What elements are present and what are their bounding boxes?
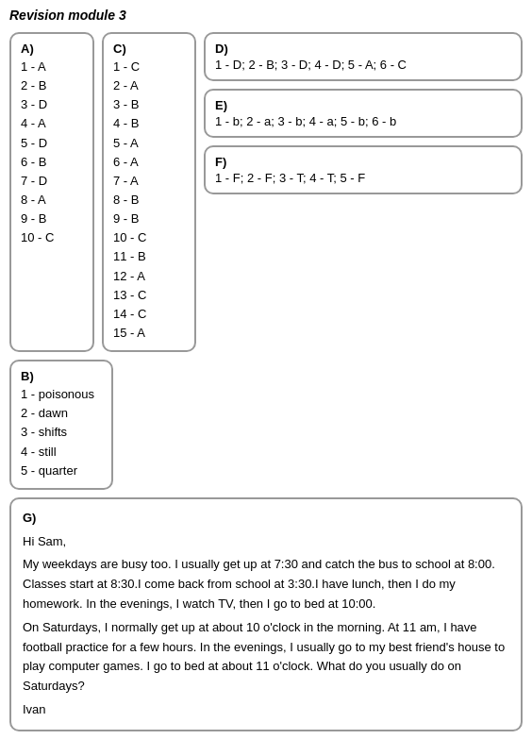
page-title: Revision module 3	[9, 8, 523, 23]
panel-a-item: 2 - B	[21, 76, 83, 95]
panel-g-paragraph: On Saturdays, I normally get up at about…	[23, 618, 509, 697]
panel-c: C) 1 - C2 - A3 - B4 - B5 - A6 - A7 - A8 …	[102, 32, 196, 352]
panel-c-label: C)	[113, 42, 185, 56]
panel-b-item: 5 - quarter	[21, 462, 102, 480]
panel-b-item: 2 - dawn	[21, 404, 102, 423]
panel-c-item: 5 - A	[113, 134, 185, 153]
panel-a-label: A)	[21, 42, 83, 56]
panel-g-paragraph: Hi Sam,	[23, 532, 509, 552]
panel-a-item: 5 - D	[21, 134, 83, 153]
panel-a-item: 7 - D	[21, 172, 83, 191]
panel-f-label: F)	[215, 155, 511, 169]
panel-c-content: 1 - C2 - A3 - B4 - B5 - A6 - A7 - A8 - B…	[113, 58, 185, 343]
panel-g-label: G)	[23, 509, 509, 529]
panel-g: G) Hi Sam,My weekdays are busy too. I us…	[9, 497, 523, 731]
panel-c-item: 14 - C	[113, 305, 185, 324]
panel-c-item: 2 - A	[113, 76, 185, 95]
panel-b-content: 1 - poisonous2 - dawn3 - shifts4 - still…	[21, 385, 102, 480]
panel-a-item: 10 - C	[21, 228, 83, 247]
panel-a-item: 4 - A	[21, 114, 83, 133]
panel-c-item: 11 - B	[113, 247, 185, 266]
panel-e-label: E)	[215, 98, 511, 112]
panel-b-label: B)	[21, 369, 102, 383]
panel-a-item: 8 - A	[21, 191, 83, 210]
panel-d: D) 1 - D; 2 - B; 3 - D; 4 - D; 5 - A; 6 …	[204, 32, 523, 81]
panel-c-item: 3 - B	[113, 95, 185, 114]
panel-c-item: 9 - B	[113, 210, 185, 228]
panel-d-label: D)	[215, 42, 511, 56]
panel-a-item: 6 - B	[21, 153, 83, 172]
panel-c-item: 1 - C	[113, 58, 185, 76]
panel-c-item: 7 - A	[113, 172, 185, 191]
panel-f-text: 1 - F; 2 - F; 3 - T; 4 - T; 5 - F	[215, 171, 511, 185]
panel-c-item: 12 - A	[113, 267, 185, 286]
panel-e-text: 1 - b; 2 - a; 3 - b; 4 - a; 5 - b; 6 - b	[215, 114, 511, 128]
panel-a-item: 3 - D	[21, 95, 83, 114]
panel-b: B) 1 - poisonous2 - dawn3 - shifts4 - st…	[9, 360, 113, 490]
panel-b-item: 4 - still	[21, 443, 102, 462]
panel-c-item: 15 - A	[113, 324, 185, 343]
panel-g-paragraph: My weekdays are busy too. I usually get …	[23, 555, 509, 613]
panel-c-item: 4 - B	[113, 114, 185, 133]
panel-g-paragraph: Ivan	[23, 700, 509, 720]
panel-a-content: 1 - A2 - B3 - D4 - A5 - D6 - B7 - D8 - A…	[21, 58, 83, 247]
panel-c-item: 6 - A	[113, 153, 185, 172]
panel-c-item: 8 - B	[113, 191, 185, 210]
panel-a-item: 9 - B	[21, 210, 83, 228]
panel-a-item: 1 - A	[21, 58, 83, 76]
panel-b-item: 1 - poisonous	[21, 385, 102, 404]
panel-b-item: 3 - shifts	[21, 423, 102, 442]
panel-f: F) 1 - F; 2 - F; 3 - T; 4 - T; 5 - F	[204, 145, 523, 194]
panel-g-text: Hi Sam,My weekdays are busy too. I usual…	[23, 532, 509, 720]
panel-e: E) 1 - b; 2 - a; 3 - b; 4 - a; 5 - b; 6 …	[204, 89, 523, 138]
panel-c-item: 10 - C	[113, 228, 185, 247]
panel-d-text: 1 - D; 2 - B; 3 - D; 4 - D; 5 - A; 6 - C	[215, 58, 511, 72]
panel-a: A) 1 - A2 - B3 - D4 - A5 - D6 - B7 - D8 …	[9, 32, 94, 352]
panel-c-item: 13 - C	[113, 286, 185, 305]
